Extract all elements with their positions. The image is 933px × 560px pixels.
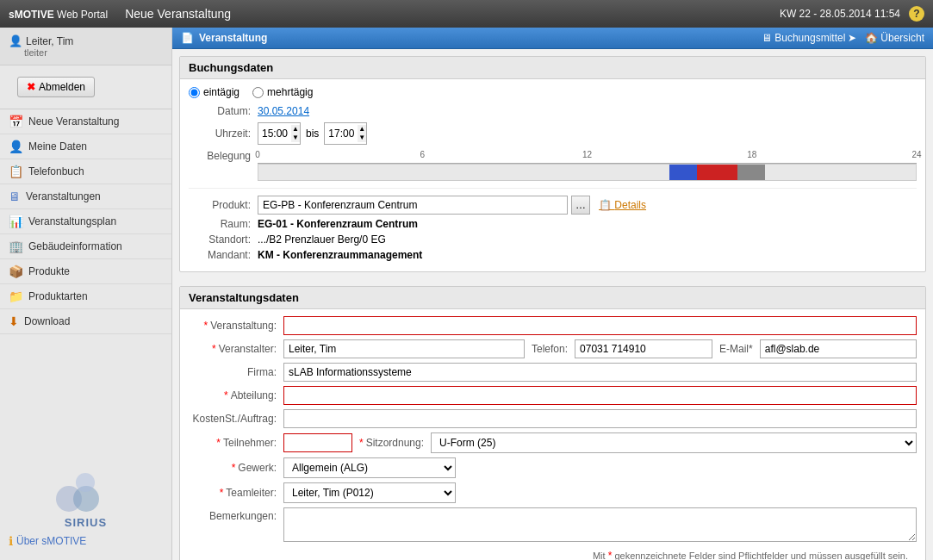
sidebar-item-download[interactable]: ⬇ Download	[0, 309, 171, 334]
content-title: 📄 Veranstaltung	[181, 32, 267, 44]
mandant-value: KM - Konferenzraummanagement	[258, 249, 422, 261]
date-info: KW 22 - 28.05.2014 11:54	[780, 8, 900, 20]
veranstalter-input[interactable]	[283, 339, 525, 358]
sidebar-item-meine-daten[interactable]: 👤 Meine Daten	[0, 134, 171, 159]
user-icon: 👤	[9, 34, 22, 47]
teilnehmer-input[interactable]	[283, 433, 352, 452]
required-star-5: *	[359, 437, 364, 449]
product-label: Produkt:	[189, 199, 258, 211]
bemerkungen-row: Bemerkungen:	[189, 507, 917, 542]
teamleiter-label: *Teamleiter:	[189, 487, 283, 499]
mehrtaegig-radio[interactable]	[252, 87, 264, 98]
required-star-note: *	[608, 550, 613, 560]
von-up[interactable]: ▲	[291, 125, 300, 134]
product-input[interactable]	[258, 196, 568, 215]
buchungsmittel-label: Buchungsmittel	[774, 32, 845, 44]
required-star-4: *	[216, 437, 221, 449]
firma-input[interactable]	[283, 363, 917, 382]
logout-button[interactable]: ✖ Abmelden	[17, 77, 95, 97]
belegung-label: Belegung	[189, 150, 258, 162]
product-select-button[interactable]: …	[571, 196, 590, 215]
app-header: sMOTIVE Web Portal Neue Veranstaltung KW…	[0, 0, 933, 28]
about-smotive-link[interactable]: ℹ Über sMOTIVE	[0, 531, 171, 551]
eintaegig-label[interactable]: eintägig	[189, 86, 239, 98]
raum-row: Raum: EG-01 - Konferenzraum Centrum	[189, 218, 917, 230]
nav-label-produktarten: Produktarten	[28, 290, 88, 302]
sidebar-item-produktarten[interactable]: 📁 Produktarten	[0, 284, 171, 309]
help-icon[interactable]: ?	[909, 6, 924, 22]
sidebar-item-neue-veranstaltung[interactable]: 📅 Neue Veranstaltung	[0, 109, 171, 134]
main-layout: 👤 Leiter, Tim tleiter ✖ Abmelden 📅 Neue …	[0, 28, 933, 560]
sidebar-item-veranstaltungen[interactable]: 🖥 Veranstaltungen	[0, 184, 171, 209]
required-star-6: *	[232, 462, 236, 474]
datum-row: Datum: 30.05.2014	[189, 105, 917, 117]
sidebar-item-veranstaltungsplan[interactable]: 📊 Veranstaltungsplan	[0, 209, 171, 234]
telefon-input[interactable]	[575, 339, 712, 358]
teamleiter-select[interactable]: Leiter, Tim (P012) Müller, Hans	[283, 482, 456, 503]
segment-red	[697, 165, 738, 180]
arrow-right-icon: ➤	[848, 32, 856, 44]
datum-label: Datum:	[189, 105, 258, 117]
required-star-3: *	[224, 389, 228, 401]
abteilung-label: *Abteilung:	[189, 389, 283, 401]
von-down[interactable]: ▼	[291, 134, 300, 142]
datum-value[interactable]: 30.05.2014	[258, 105, 309, 117]
bis-down[interactable]: ▼	[358, 134, 366, 142]
standort-row: Standort: .../B2 Prenzlauer Berg/0 EG	[189, 233, 917, 246]
abteilung-row: *Abteilung:	[189, 386, 917, 405]
content-title-label: Veranstaltung	[199, 32, 267, 44]
nav-label-produkte: Produkte	[28, 265, 70, 277]
buchungsmittel-link[interactable]: 🖥 Buchungsmittel ➤	[762, 32, 856, 44]
mehrtaegig-text: mehrtägig	[267, 86, 313, 98]
page-icon: 📄	[181, 32, 194, 44]
gewerk-select[interactable]: Allgemein (ALG) Technik Service	[283, 457, 456, 478]
timeline-ruler: 0 6 12 18 24	[258, 150, 917, 164]
firma-row: Firma:	[189, 363, 917, 382]
sirius-circle-3	[76, 473, 95, 492]
bis-input[interactable]	[328, 128, 358, 140]
calendar-icon: 📅	[9, 115, 23, 128]
mandant-label: Mandant:	[189, 249, 258, 261]
sidebar-bottom: SIRIUS ℹ Über sMOTIVE	[0, 334, 171, 560]
sidebar-item-telefonbuch[interactable]: 📋 Telefonbuch	[0, 159, 171, 184]
email-label: E-Mail*	[719, 343, 753, 355]
eintaegig-text: eintägig	[203, 86, 239, 98]
sidebar-item-gebaeudeinformation[interactable]: 🏢 Gebäudeinformation	[0, 234, 171, 259]
page-title: Neue Veranstaltung	[125, 7, 780, 21]
sidebar-item-produkte[interactable]: 📦 Produkte	[0, 259, 171, 284]
email-input[interactable]	[760, 339, 917, 358]
veranstaltung-row: *Veranstaltung:	[189, 316, 917, 335]
content-area: 📄 Veranstaltung 🖥 Buchungsmittel ➤ 🏠 Übe…	[172, 28, 933, 560]
veranstaltung-input[interactable]	[283, 316, 917, 335]
firma-label: Firma:	[189, 366, 283, 378]
abteilung-input[interactable]	[283, 386, 917, 405]
details-link[interactable]: 📋 Details	[599, 199, 646, 211]
von-input[interactable]	[262, 128, 291, 140]
user-name-label: Leiter, Tim	[26, 35, 73, 47]
required-star-1: *	[204, 320, 208, 332]
nav-label-veranstaltungsplan: Veranstaltungsplan	[28, 215, 116, 227]
mehrtaegig-label[interactable]: mehrtägig	[252, 86, 313, 98]
kostenst-input[interactable]	[283, 409, 917, 428]
uhrzeit-row: Uhrzeit: ▲ ▼ bis	[189, 122, 917, 145]
sitzordnung-select[interactable]: U-Form (25) Reihen Parlament Konferenz	[431, 432, 917, 453]
plan-icon: 📊	[9, 215, 23, 228]
timeline-wrapper: 0 6 12 18 24	[258, 150, 917, 181]
nav-label-telefonbuch: Telefonbuch	[28, 165, 84, 177]
about-label: Über sMOTIVE	[16, 535, 86, 547]
teilnehmer-label: *Teilnehmer:	[189, 437, 283, 449]
radio-row: eintägig mehrtägig	[189, 86, 917, 98]
bis-up[interactable]: ▲	[358, 125, 366, 134]
logout-label: Abmelden	[39, 81, 85, 93]
phone-book-icon: 📋	[9, 165, 23, 178]
about-icon: ℹ	[9, 534, 13, 548]
app-title-rest: Web Portal	[54, 9, 108, 21]
nav-label-meine-daten: Meine Daten	[28, 140, 87, 152]
bemerkungen-input[interactable]	[283, 507, 917, 542]
sidebar: 👤 Leiter, Tim tleiter ✖ Abmelden 📅 Neue …	[0, 28, 172, 560]
timeline-bar	[258, 164, 917, 181]
uebersicht-link[interactable]: 🏠 Übersicht	[865, 32, 924, 44]
eintaegig-radio[interactable]	[189, 87, 200, 98]
uebersicht-label: Übersicht	[880, 32, 924, 44]
x-icon: ✖	[27, 81, 35, 93]
